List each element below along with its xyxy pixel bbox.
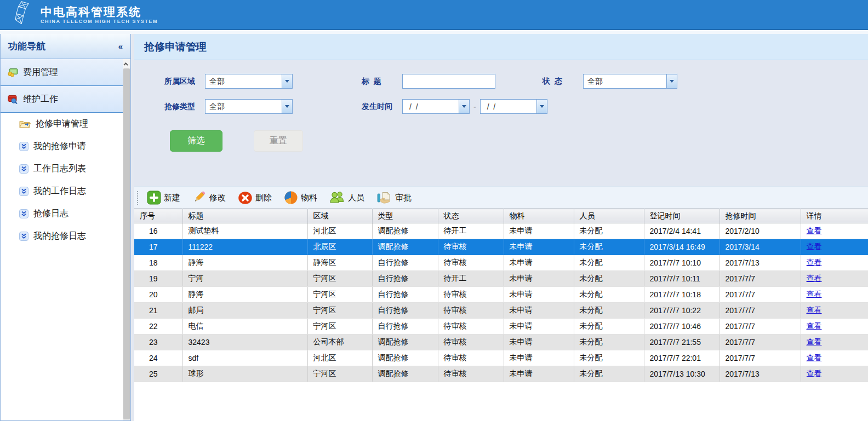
sidebar-item[interactable]: 维护工作 [1,86,123,113]
new-button[interactable]: 新建 [145,189,182,206]
sidebar-item-label: 我的抢修日志 [33,230,86,242]
table-cell: 待审核 [438,239,504,255]
fee-management-icon [7,68,18,77]
table-row[interactable]: 18静海静海区自行抢修待审核未申请未分配2017/7/7 10:102017/7… [134,255,868,271]
view-details-link[interactable]: 查看 [807,242,822,251]
column-header[interactable]: 区域 [307,209,372,223]
sidebar-item[interactable]: 我的抢修申请 [1,135,123,158]
view-details-link[interactable]: 查看 [807,353,822,362]
column-header[interactable]: 物料 [504,209,574,223]
toolbar-button[interactable]: 审批 [374,189,414,206]
column-header[interactable]: 人员 [574,209,644,223]
chevron-down-icon[interactable] [282,100,292,113]
table-cell: 2017/7/7 10:18 [644,287,719,303]
collapse-sidebar-button[interactable]: « [118,42,123,51]
status-select[interactable]: 全部 [583,74,677,89]
content-filler [134,382,868,421]
table-row[interactable]: 22电信宁河区自行抢修待审核未申请未分配2017/7/7 10:462017/7… [134,319,868,335]
chevron-down-icon[interactable] [666,74,677,88]
table-cell: 河北区 [307,223,372,239]
double-chevron-icon [19,164,28,174]
column-header[interactable]: 状态 [438,209,504,223]
toolbar-button[interactable]: 物料 [282,189,319,206]
view-details-link[interactable]: 查看 [807,290,822,298]
view-details-link[interactable]: 查看 [807,369,822,378]
table-cell: 待审核 [438,287,504,303]
time-from-picker[interactable]: / / [402,99,470,114]
sidebar-item[interactable]: 抢修申请管理 [1,113,123,135]
table-cell: 2017/7/7 [719,287,801,303]
calendar-dropdown-icon[interactable] [459,100,469,113]
view-details-link[interactable]: 查看 [807,226,822,235]
table-row[interactable]: 17111222北辰区调配抢修待审核未申请未分配2017/3/14 16:492… [134,239,868,255]
filter-button[interactable]: 筛选 [170,130,222,152]
filter-form: 所属区域 全部 标 题 状 态 全部 抢修类型 全部 [134,60,868,186]
sidebar: 功能导航 « 费用管理维护工作抢修申请管理我的抢修申请工作日志列表我的工作日志抢… [0,34,131,421]
maintenance-work-icon [7,95,18,104]
toolbar-button[interactable]: 人员 [327,189,367,206]
sidebar-item[interactable]: 我的抢修日志 [1,225,123,247]
table-row[interactable]: 2332423公司本部调配抢修待审核未申请未分配2017/7/7 21:5520… [134,335,868,350]
table-cell: 自行抢修 [372,303,438,319]
table-cell: 电信 [182,319,307,335]
table-cell: 查看 [801,319,868,335]
table-cell: 未申请 [504,303,574,319]
table-cell: 未申请 [504,239,574,255]
table-row[interactable]: 16测试垫料河北区调配抢修待开工未申请未分配2017/2/4 14:412017… [134,223,868,239]
region-select[interactable]: 全部 [205,74,293,89]
table-row[interactable]: 25球形宁河区调配抢修待审核未申请未分配2017/7/13 10:302017/… [134,366,868,382]
reset-button[interactable]: 重置 [254,130,303,152]
sidebar-item-label: 维护工作 [23,94,58,105]
table-cell: 待开工 [438,223,504,239]
view-details-link[interactable]: 查看 [807,258,822,267]
view-details-link[interactable]: 查看 [807,305,822,314]
view-details-link[interactable]: 查看 [807,337,822,346]
toolbar-button-label: 物料 [301,193,317,203]
table-cell: 2017/7/7 10:46 [644,319,719,335]
region-select-value: 全部 [205,77,282,86]
sidebar-item[interactable]: 我的工作日志 [1,180,123,203]
chevron-down-icon[interactable] [282,74,292,88]
column-header[interactable]: 抢修时间 [719,209,801,223]
table-cell: 未分配 [574,303,644,319]
table-row[interactable]: 20静海宁河区自行抢修待审核未申请未分配2017/7/7 10:182017/7… [134,287,868,303]
time-to-picker[interactable]: / / [480,99,547,114]
view-details-link[interactable]: 查看 [807,274,822,282]
repair-type-select[interactable]: 全部 [205,99,293,114]
table-cell: 自行抢修 [372,255,438,271]
table-row[interactable]: 19宁河宁河区自行抢修待开工未申请未分配2017/7/7 10:112017/7… [134,271,868,287]
table-row[interactable]: 24sdf河北区调配抢修待审核未申请未分配2017/7/7 22:012017/… [134,350,868,366]
sidebar-item[interactable]: 费用管理 [1,59,123,86]
table-cell: 静海区 [307,255,372,271]
table-cell: 查看 [801,239,868,255]
sidebar-title: 功能导航 [8,40,45,53]
table-cell: 2017/7/13 [719,366,801,382]
toolbar-button[interactable]: 修改 [190,189,228,206]
column-header[interactable]: 类型 [372,209,438,223]
occurrence-time-label: 发生时间 [362,102,402,112]
column-header[interactable]: 详情 [801,209,868,223]
column-header[interactable]: 标题 [182,209,307,223]
scroll-up-icon[interactable] [123,59,130,68]
table-cell: 自行抢修 [372,287,438,303]
scrollbar-thumb[interactable] [123,68,130,419]
table-cell: 查看 [801,350,868,366]
calendar-dropdown-icon[interactable] [536,100,547,113]
table-cell: 22 [134,319,182,335]
view-details-link[interactable]: 查看 [807,321,822,330]
delete-icon [238,191,253,205]
title-input[interactable] [402,74,495,89]
sidebar-item[interactable]: 工作日志列表 [1,158,123,180]
toolbar-button[interactable]: 删除 [236,190,274,206]
repair-type-label: 抢修类型 [164,102,205,112]
toolbar-grip-handle[interactable] [136,191,139,205]
column-header[interactable]: 登记时间 [644,209,719,223]
sidebar-item[interactable]: 抢修日志 [1,203,123,225]
table-row[interactable]: 21邮局宁河区自行抢修待审核未申请未分配2017/7/7 10:222017/7… [134,303,868,319]
column-header[interactable]: 序号 [134,209,182,223]
table-cell: 32423 [182,335,307,350]
table-cell: 2017/7/13 [719,255,801,271]
header-gap [0,30,868,34]
sidebar-scrollbar[interactable] [123,59,130,420]
table-cell: 未分配 [574,223,644,239]
